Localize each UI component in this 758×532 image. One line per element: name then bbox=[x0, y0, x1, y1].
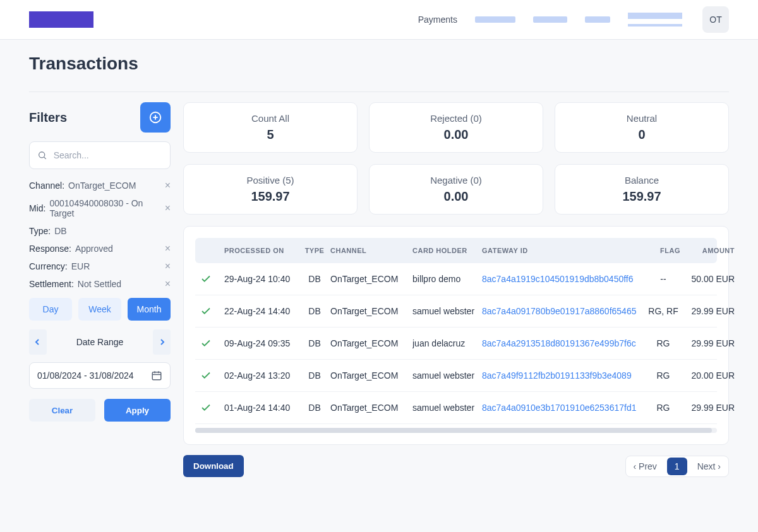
logo bbox=[29, 11, 93, 28]
cell-gateway-id[interactable]: 8ac7a49f9112fb2b0191133f9b3e4089 bbox=[482, 370, 646, 381]
avatar[interactable]: OT bbox=[702, 6, 729, 33]
page-title: Transactions bbox=[29, 54, 729, 74]
filter-chip: Currency:EUR× bbox=[29, 261, 171, 271]
chevron-right-icon bbox=[159, 339, 165, 345]
cell-processed-on: 09-Aug-24 09:35 bbox=[224, 338, 299, 348]
topbar: Payments OT bbox=[0, 0, 758, 40]
cell-type: DB bbox=[299, 338, 330, 348]
cell-flag: -- bbox=[646, 274, 680, 284]
table-row[interactable]: 09-Aug-24 09:35DBOnTarget_ECOMjuan delac… bbox=[195, 328, 717, 360]
cell-channel: OnTarget_ECOM bbox=[330, 338, 412, 348]
nav-placeholder[interactable] bbox=[475, 16, 515, 23]
cell-channel: OnTarget_ECOM bbox=[330, 274, 412, 284]
cell-gateway-id[interactable]: 8ac7a4a091780b9e01917a8860f65465 bbox=[482, 306, 646, 316]
status-ok-icon bbox=[200, 273, 224, 285]
date-range-value: 01/08/2024 - 31/08/2024 bbox=[37, 370, 146, 381]
filter-chip-label: Currency: bbox=[29, 261, 68, 271]
stat-negative: Negative (0) 0.00 bbox=[369, 164, 543, 215]
cell-card-holder: samuel webster bbox=[412, 403, 482, 413]
remove-filter-icon[interactable]: × bbox=[165, 203, 171, 213]
calendar-icon bbox=[151, 370, 162, 381]
cell-amount: 29.99 EUR bbox=[680, 338, 735, 348]
th-flag: Flag bbox=[646, 247, 680, 254]
filter-chip: Response:Approved× bbox=[29, 244, 171, 254]
stat-balance: Balance 159.97 bbox=[555, 164, 729, 215]
date-range-prev[interactable] bbox=[29, 329, 47, 355]
cell-flag: RG bbox=[646, 403, 680, 413]
date-range-next[interactable] bbox=[153, 329, 171, 355]
pagination-prev[interactable]: ‹ Prev bbox=[626, 456, 665, 476]
cell-processed-on: 02-Aug-24 13:20 bbox=[224, 370, 299, 381]
status-ok-icon bbox=[200, 305, 224, 317]
cell-card-holder: samuel webster bbox=[412, 370, 482, 381]
table-row[interactable]: 22-Aug-24 14:40DBOnTarget_ECOMsamuel web… bbox=[195, 295, 717, 328]
cell-amount: 29.99 EUR bbox=[680, 403, 735, 413]
divider bbox=[29, 92, 729, 92]
remove-filter-icon[interactable]: × bbox=[165, 261, 171, 271]
date-range-input[interactable]: 01/08/2024 - 31/08/2024 bbox=[29, 362, 171, 389]
apply-button[interactable]: Apply bbox=[104, 399, 171, 422]
range-tab-week[interactable]: Week bbox=[78, 298, 121, 321]
svg-line-4 bbox=[44, 157, 46, 159]
plus-circle-icon bbox=[148, 110, 162, 124]
range-tabs: Day Week Month bbox=[29, 298, 171, 321]
stat-value: 0.00 bbox=[380, 127, 532, 142]
stat-value: 0 bbox=[565, 127, 718, 142]
range-tab-day[interactable]: Day bbox=[29, 298, 72, 321]
pagination-page-1[interactable]: 1 bbox=[667, 458, 687, 475]
stat-value: 159.97 bbox=[565, 189, 718, 204]
table-row[interactable]: 29-Aug-24 10:40DBOnTarget_ECOMbillpro de… bbox=[195, 263, 717, 295]
th-amount: Amount bbox=[680, 247, 735, 254]
stat-value: 5 bbox=[194, 127, 347, 142]
cell-gateway-id[interactable]: 8ac7a4a1919c104501919db8b0450ff6 bbox=[482, 274, 646, 284]
range-tab-month[interactable]: Month bbox=[128, 298, 171, 321]
cell-type: DB bbox=[299, 274, 330, 284]
cell-type: DB bbox=[299, 306, 330, 316]
status-ok-icon bbox=[200, 402, 224, 413]
cell-processed-on: 29-Aug-24 10:40 bbox=[224, 274, 299, 284]
status-ok-icon bbox=[200, 370, 224, 381]
svg-point-3 bbox=[39, 152, 45, 158]
add-filter-button[interactable] bbox=[140, 102, 171, 133]
pagination-next[interactable]: Next › bbox=[690, 456, 728, 476]
stat-label: Count All bbox=[194, 113, 347, 124]
clear-button[interactable]: Clear bbox=[29, 399, 95, 422]
filter-chip-value: DB bbox=[54, 226, 66, 236]
cell-channel: OnTarget_ECOM bbox=[330, 370, 412, 381]
nav-placeholder[interactable] bbox=[533, 16, 567, 23]
stat-value: 159.97 bbox=[194, 189, 347, 204]
search-input-wrapper bbox=[29, 141, 171, 169]
cell-gateway-id[interactable]: 8ac7a4a0910e3b1701910e6253617fd1 bbox=[482, 403, 646, 413]
cell-card-holder: juan delacruz bbox=[412, 338, 482, 348]
table-row[interactable]: 01-Aug-24 14:40DBOnTarget_ECOMsamuel web… bbox=[195, 392, 717, 424]
filter-chip-label: Channel: bbox=[29, 180, 64, 191]
cell-flag: RG bbox=[646, 370, 680, 381]
remove-filter-icon[interactable]: × bbox=[165, 244, 171, 254]
search-input[interactable] bbox=[54, 150, 162, 160]
top-nav: Payments OT bbox=[418, 6, 729, 33]
th-type: Type bbox=[299, 247, 330, 254]
stats-grid: Count All 5 Rejected (0) 0.00 Neutral 0 … bbox=[183, 102, 729, 215]
table-row[interactable]: 02-Aug-24 13:20DBOnTarget_ECOMsamuel web… bbox=[195, 360, 717, 392]
nav-placeholder[interactable] bbox=[585, 16, 610, 23]
search-icon bbox=[37, 150, 47, 161]
nav-payments[interactable]: Payments bbox=[418, 15, 457, 25]
stat-value: 0.00 bbox=[380, 189, 532, 204]
pagination: ‹ Prev 1 Next › bbox=[625, 456, 729, 477]
filter-chip: Mid:000104940008030 - On Target× bbox=[29, 198, 171, 218]
status-ok-icon bbox=[200, 338, 224, 349]
cell-amount: 50.00 EUR bbox=[680, 274, 735, 284]
filter-chip-value: Approved bbox=[75, 244, 113, 254]
th-gateway-id: Gateway ID bbox=[482, 247, 646, 254]
remove-filter-icon[interactable]: × bbox=[165, 180, 171, 191]
cell-gateway-id[interactable]: 8ac7a4a2913518d80191367e499b7f6c bbox=[482, 338, 646, 348]
download-button[interactable]: Download bbox=[183, 455, 244, 477]
cell-amount: 20.00 EUR bbox=[680, 370, 735, 381]
cell-type: DB bbox=[299, 370, 330, 381]
nav-placeholder[interactable] bbox=[628, 13, 682, 27]
cell-card-holder: billpro demo bbox=[412, 274, 482, 284]
cell-flag: RG bbox=[646, 338, 680, 348]
remove-filter-icon[interactable]: × bbox=[165, 279, 171, 289]
horizontal-scrollbar[interactable] bbox=[195, 428, 717, 433]
chevron-left-icon bbox=[35, 339, 41, 345]
